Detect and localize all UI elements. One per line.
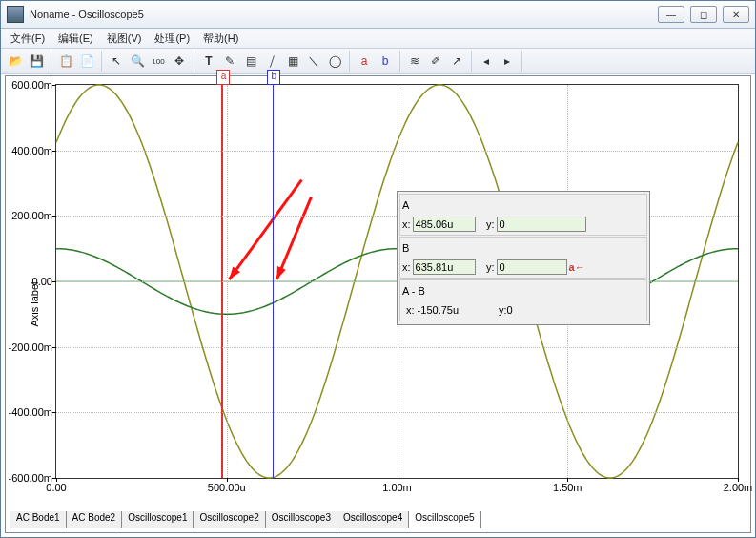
next-icon[interactable]: ▸ [497,51,518,72]
y-tick-label: -200.00m [9,341,52,353]
tab-oscilloscope3[interactable]: Oscilloscope3 [265,511,337,528]
x-tick-label: 500.00u [208,482,246,493]
readout-b-y-label: y: [478,261,495,273]
x-tick-label: 1.50m [553,482,582,493]
paste-icon[interactable]: 📄 [76,51,97,72]
cursor-b-label: b [267,70,280,85]
tab-oscilloscope1[interactable]: Oscilloscope1 [121,511,194,528]
maximize-button[interactable]: ◻ [690,6,717,23]
tabs: AC Bode1 AC Bode2 Oscilloscope1 Oscillos… [10,511,746,528]
app-window: Noname - Oscilloscope5 — ◻ ✕ 文件(F) 编辑(E)… [0,0,756,538]
line-icon[interactable]: ＼ [303,51,324,72]
menu-process[interactable]: 处理(P) [149,30,195,48]
window-title: Noname - Oscilloscope5 [30,9,658,20]
titlebar: Noname - Oscilloscope5 — ◻ ✕ [1,1,755,29]
waves-icon[interactable]: ≋ [404,51,425,72]
text-icon[interactable]: T [198,51,219,72]
readout-ab-label: A - B [402,285,644,297]
x-tick-label: 2.00m [724,482,753,493]
tab-oscilloscope4[interactable]: Oscilloscope4 [337,511,409,528]
tab-ac-bode1[interactable]: AC Bode1 [10,511,67,528]
circle-icon[interactable]: ◯ [324,51,345,72]
cursor-b-icon[interactable]: b [375,51,396,72]
readout-b-x-label: x: [402,261,411,273]
toolbar: 📂 💾 📋 📄 ↖ 🔍 100 ✥ T ✎ ▤ ⧸ ▦ ＼ ◯ a b ≋ [1,49,755,74]
annotate-icon[interactable]: ✎ [219,51,240,72]
cursor-a-icon[interactable]: a [354,51,375,72]
grid-icon[interactable]: ▦ [282,51,303,72]
readout-a-x-label: x: [402,218,411,230]
app-icon [7,6,24,23]
edit-wave-icon[interactable]: ✐ [425,51,446,72]
menubar: 文件(F) 编辑(E) 视图(V) 处理(P) 帮助(H) [1,29,755,49]
svg-marker-4 [276,266,285,279]
svg-line-1 [229,180,301,279]
readout-a-y-label: y: [478,218,495,230]
slope-icon[interactable]: ⧸ [261,51,282,72]
save-icon[interactable]: 💾 [26,51,47,72]
pan-icon[interactable]: ✥ [169,51,190,72]
menu-file[interactable]: 文件(F) [5,30,51,48]
y-tick-label: 600.00m [11,79,52,91]
readout-b-y-input[interactable] [497,259,567,275]
readout-a-y-input[interactable] [497,217,586,232]
vector-icon[interactable]: ↗ [446,51,467,72]
y-tick-label: 400.00m [11,145,52,156]
cursor-readout-panel[interactable]: A x: y: B x: y: a← [397,191,650,325]
menu-edit[interactable]: 编辑(E) [52,30,99,48]
readout-ab-x: x: -150.75u [406,304,459,316]
x-tick-label: 1.00m [382,482,412,493]
tab-oscilloscope5[interactable]: Oscilloscope5 [408,511,480,528]
menu-help[interactable]: 帮助(H) [197,30,244,48]
readout-b-x-input[interactable] [413,259,476,275]
y-axis-label: Axis label [29,281,40,326]
minimize-button[interactable]: — [658,6,684,23]
x-tick-label: 0.00 [46,482,66,493]
legend-icon[interactable]: ▤ [240,51,261,72]
readout-b-label: B [402,242,644,254]
close-button[interactable]: ✕ [723,6,749,23]
content: Axis label a b -600.00m-400.00m-200.00m0… [5,75,751,533]
zoom-in-icon[interactable]: 🔍 [127,51,148,72]
cursor-a-label: a [216,70,230,85]
y-tick-label: 200.00m [11,210,52,221]
pointer-icon[interactable]: ↖ [106,51,127,72]
y-tick-label: 0.00 [32,276,52,287]
tab-ac-bode2[interactable]: AC Bode2 [66,511,123,528]
cursor-a-goto-button[interactable]: a← [569,261,585,273]
readout-a-x-input[interactable] [413,217,476,232]
y-tick-label: -400.00m [9,406,52,418]
tab-oscilloscope2[interactable]: Oscilloscope2 [193,511,265,528]
open-icon[interactable]: 📂 [5,51,26,72]
prev-icon[interactable]: ◂ [476,51,497,72]
menu-view[interactable]: 视图(V) [101,30,148,48]
readout-ab-y: y:0 [499,304,513,316]
copy-icon[interactable]: 📋 [55,51,76,72]
readout-a-label: A [402,199,644,211]
zoom-100-icon[interactable]: 100 [148,51,169,72]
